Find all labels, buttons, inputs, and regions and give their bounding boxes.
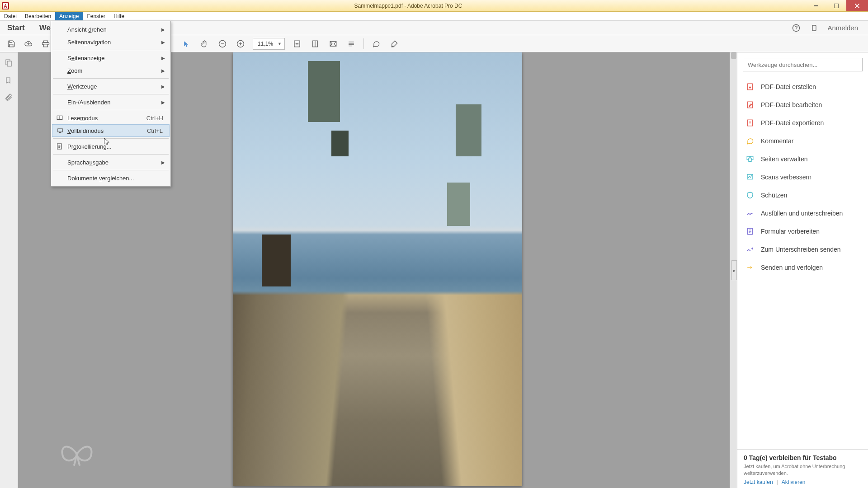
tools-search-input[interactable] [743,58,863,71]
menu-item-label: Sprachausgabe [67,159,108,166]
menu-item[interactable]: LesemodusCtrl+H [52,112,170,124]
menu-fenster[interactable]: Fenster [83,12,109,20]
login-link[interactable]: Anmelden [827,24,858,32]
tool-label: Formular vorbereiten [761,228,820,235]
attachments-icon[interactable] [5,93,14,102]
scrollbar-thumb[interactable] [731,52,736,59]
submenu-arrow-icon: ▶ [161,160,165,165]
menu-item[interactable]: Dokumente vergleichen... [52,172,170,184]
highlight-icon[interactable] [388,38,400,50]
bookmarks-icon[interactable] [5,76,14,85]
tool-comment[interactable]: Kommentar [737,132,868,150]
submenu-arrow-icon: ▶ [161,68,165,73]
menu-item[interactable]: VollbildmodusCtrl+L [52,124,170,137]
tool-label: Senden und verfolgen [761,264,823,271]
svg-rect-26 [59,132,61,133]
menu-shortcut: Ctrl+H [146,115,163,122]
menu-item-label: Lesemodus [67,115,98,122]
zoom-out-icon[interactable] [217,38,228,50]
menu-item[interactable]: Seitenanzeige▶ [52,52,170,64]
tool-organize[interactable]: Seiten verwalten [737,150,868,168]
reflow-icon[interactable] [345,38,357,50]
sendSign-icon [745,245,755,254]
print-icon[interactable] [40,38,52,50]
anzeige-dropdown-menu: Ansicht drehen▶Seitennavigation▶Seitenan… [51,21,171,187]
track-icon [745,263,755,272]
window-title: Sammelmappe1.pdf - Adobe Acrobat Pro DC [11,0,806,11]
fit-page-icon[interactable] [309,38,321,50]
zoom-level-dropdown[interactable]: 11,1% ▼ [253,38,285,50]
tool-protect[interactable]: Schützen [737,186,868,204]
tool-sendSign[interactable]: Zum Unterschreiben senden [737,240,868,258]
tool-label: Ausfüllen und unterschreiben [761,210,843,217]
collapse-tools-handle[interactable]: ▸ [731,260,737,280]
tool-track[interactable]: Senden und verfolgen [737,258,868,277]
menu-item[interactable]: Zoom▶ [52,64,170,77]
help-icon[interactable] [791,23,801,33]
menu-item-label: Protokollierung... [67,143,112,150]
create-icon [745,82,755,91]
tools-list: PDF-Datei erstellenPDF-Datei bearbeitenP… [737,75,868,279]
page-image [233,52,522,486]
tool-export[interactable]: PDF-Datei exportieren [737,114,868,132]
svg-rect-2 [814,5,818,6]
notifications-icon[interactable] [809,23,819,33]
cloud-upload-icon[interactable] [23,38,34,50]
menu-item-label: Seitenanzeige [67,55,104,61]
sign-icon [745,209,755,218]
window-maximize-button[interactable] [826,0,846,11]
trial-buy-link[interactable]: Jetzt kaufen [744,479,773,485]
menu-item[interactable]: Ein-/Ausblenden▶ [52,96,170,108]
fit-visible-icon[interactable] [327,38,339,50]
save-icon[interactable] [5,38,17,50]
hand-tool-icon[interactable] [198,38,210,50]
menu-item-label: Dokumente vergleichen... [67,175,134,182]
menu-bearbeiten[interactable]: Bearbeiten [21,12,55,20]
menu-anzeige[interactable]: Anzeige [55,12,83,20]
menu-item[interactable]: Werkzeuge▶ [52,80,170,93]
menu-item-label: Vollbildmodus [67,127,104,134]
menu-item-label: Werkzeuge [67,83,97,90]
fullscreen-icon [56,127,64,135]
menu-item[interactable]: Protokollierung... [52,140,170,153]
form-icon [745,227,755,236]
window-titlebar: Sammelmappe1.pdf - Adobe Acrobat Pro DC [0,0,868,12]
menu-item[interactable]: Sprachausgabe▶ [52,156,170,169]
enhance-icon [745,173,755,182]
menu-datei[interactable]: Datei [0,12,21,20]
navigation-rail [0,52,18,488]
tab-start[interactable]: Start [0,21,32,35]
zoom-in-icon[interactable] [235,38,246,50]
submenu-arrow-icon: ▶ [161,40,165,45]
tool-create[interactable]: PDF-Datei erstellen [737,78,868,96]
menu-item-label: Ein-/Ausblenden [67,99,110,106]
menubar: Datei Bearbeiten Anzeige Fenster Hilfe [0,12,868,21]
menu-item[interactable]: Ansicht drehen▶ [52,23,170,36]
tool-edit[interactable]: PDF-Datei bearbeiten [737,96,868,114]
tool-form[interactable]: Formular vorbereiten [737,222,868,240]
log-icon [56,142,64,150]
toolbar-separator [363,38,364,49]
menu-item[interactable]: Seitennavigation▶ [52,36,170,48]
comment-bubble-icon[interactable] [370,38,382,50]
svg-rect-25 [58,129,63,132]
submenu-arrow-icon: ▶ [161,100,165,105]
tool-sign[interactable]: Ausfüllen und unterschreiben [737,204,868,222]
submenu-arrow-icon: ▶ [161,27,165,32]
menu-hilfe[interactable]: Hilfe [109,12,128,20]
tool-enhance[interactable]: Scans verbessern [737,168,868,186]
tool-label: Zum Unterschreiben senden [761,246,841,253]
watermark-icon [59,438,95,470]
zoom-level-value: 11,1% [258,41,273,47]
trial-subtitle: Jetzt kaufen, um Acrobat ohne Unterbrech… [744,463,862,476]
comment-icon [745,136,755,145]
thumbnails-icon[interactable] [5,59,14,68]
window-minimize-button[interactable] [806,0,826,11]
fit-width-icon[interactable] [291,38,303,50]
trial-activate-link[interactable]: Aktivieren [782,479,806,485]
protect-icon [745,191,755,200]
tool-label: Scans verbessern [761,174,811,181]
tool-label: PDF-Datei exportieren [761,119,824,127]
selection-arrow-icon[interactable] [180,38,192,50]
window-close-button[interactable] [846,0,868,11]
